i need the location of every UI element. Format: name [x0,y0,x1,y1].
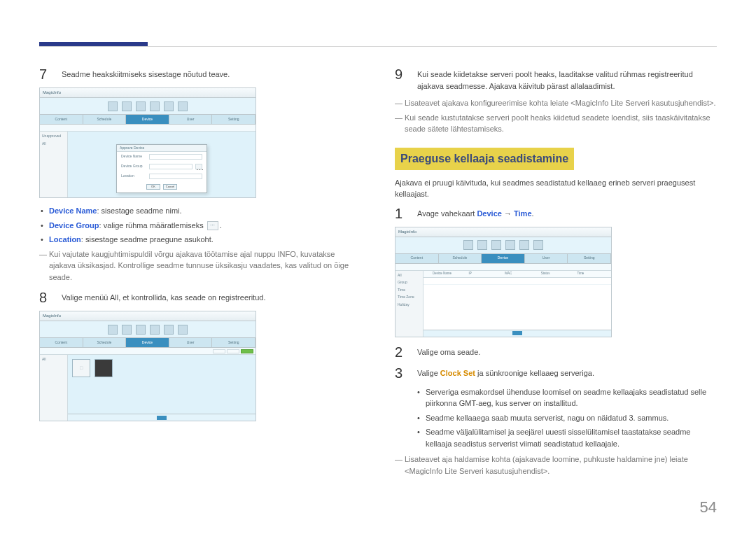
toolbar-icon [108,325,118,335]
step-number-8: 8 [39,290,52,305]
right-column: 9 Kui seade kiidetakse serveri poolt hea… [395,66,717,479]
ss1-body: Unapproved All Approve Device Device Nam… [40,132,255,197]
note-text: Kui vajutate kaugjuhtimispuldil võrgu aj… [49,250,349,281]
modal-label: Location [121,174,146,179]
left-column: 7 Seadme heakskiitmiseks sisestage nõutu… [39,66,361,479]
section-heading: Praeguse kellaaja seadistamine [395,148,574,170]
text: : valige rühma määratlemiseks [99,221,206,230]
step-2-text: Valige oma seade. [417,344,480,360]
s1-device: Device [477,209,501,218]
toolbar-icon [150,101,160,111]
ss2-titlebar: MagicInfo [40,311,255,321]
ss-tab: Setting [568,254,611,263]
step-7-text: Seadme heakskiitmiseks sisestage nõutud … [62,66,230,82]
bullet: Seadme väljalülitamisel ja seejärel uues… [416,426,717,449]
ss1-main: Approve Device Device Name Device Group … [68,132,255,197]
page-number: 54 [700,496,717,519]
ss-tab: Setting [212,338,255,347]
modal-title: Approve Device [117,145,206,152]
ss-tab: Content [40,338,83,347]
mini-button [213,349,225,353]
ss2-main: ⬚ [68,355,255,421]
modal-row: Device Group ⋯ [117,162,206,171]
ss1-sidebar: Unapproved All [40,132,68,197]
side-item: Holiday [398,302,421,308]
s1-arrow: → [502,209,514,218]
ss2-tabs: Content Schedule Device User Setting [40,338,255,348]
note-text: Lisateavet ajakava konfigureerimise koht… [405,99,716,107]
note-info: Kui vajutate kaugjuhtimispuldil võrgu aj… [39,248,361,283]
step-number-7: 7 [39,66,52,82]
screenshot-device-time: MagicInfo Content Schedule Device User S… [395,227,612,337]
ss2-subbar [40,348,255,355]
ss3-app-title: MagicInfo [398,229,416,235]
modal-cancel-button: Cancel [163,184,177,190]
ss3-toolbar [396,237,611,254]
side-item: Time [398,288,421,293]
ss3-main: Device Name IP MAC Status Time [424,271,611,337]
dots-icon: ⋯ [207,221,218,230]
toolbar-icon [164,101,174,111]
ss3-subbar [396,264,611,271]
page-content: 7 Seadme heakskiitmiseks sisestage nõutu… [0,47,756,479]
toolbar-icon [533,240,543,250]
th-check [424,271,430,277]
ss-tab: User [169,115,213,124]
modal-input [149,174,202,179]
s1-pre: Avage vahekaart [417,209,477,218]
toolbar-icon [505,240,515,250]
pager-indicator [512,331,522,335]
modal-input [149,164,192,169]
toolbar-icon [178,325,188,335]
table-row [424,278,611,285]
note-last: Lisateavet aja haldamise kohta (ajakavad… [395,454,717,477]
ss2-action-buttons [213,349,253,353]
screenshot-approve-device: MagicInfo Content Schedule Device User S… [39,87,256,198]
th: MAC [503,271,539,277]
label-location: Location [49,235,81,244]
modal-label: Device Group [121,164,146,169]
ss-tab-active: Device [126,338,169,347]
ss3-thead: Device Name IP MAC Status Time [424,271,611,278]
s1-after: . [532,209,534,218]
ss-tab: Content [396,254,439,263]
s3-pre: Valige [417,369,440,377]
side-item: All [42,141,65,147]
step-9: 9 Kui seade kiidetakse serveri poolt hea… [395,66,717,92]
td [424,278,611,284]
ss2-toolbar [40,321,255,338]
ss-tab: Content [40,115,83,124]
ss-tab-active: Device [482,254,525,263]
step-9-text: Kui seade kiidetakse serveri poolt heaks… [417,66,717,92]
step-2: 2 Valige oma seade. [395,344,717,360]
ss1-tabs: Content Schedule Device User Setting [40,115,255,125]
ss-tab: Schedule [83,115,127,124]
step-8-text: Valige menüü All, et kontrollida, kas se… [62,290,265,305]
step-number-1: 1 [395,206,407,221]
label-device-name: Device Name [49,206,97,215]
ss1-toolbar [40,98,255,115]
note-9a: Lisateavet ajakava konfigureerimise koht… [395,97,717,109]
text: : sisestage seadme nimi. [97,206,182,215]
modal-ok-button: OK [146,184,160,190]
pager-indicator [157,416,167,420]
device-thumbnail: ⬚ [72,359,90,377]
toolbar-icon [164,325,174,335]
ss2-body: All ⬚ [40,355,255,421]
label-device-group: Device Group [49,221,99,230]
bullet-location: Location: sisestage seadme praegune asuk… [39,234,361,246]
ss-tab: Schedule [439,254,482,263]
ss-tab: User [525,254,568,263]
ss1-titlebar: MagicInfo [40,88,255,98]
th: IP [467,271,503,277]
bullet: Seadme kellaaega saab muuta serverist, n… [416,412,717,424]
toolbar-icon [136,101,146,111]
modal-input [149,154,202,160]
modal-footer: OK Cancel [117,181,206,192]
ss3-body: All Group Time Time Zone Holiday Device … [396,271,611,337]
text: : sisestage seadme praegune asukoht. [81,235,214,244]
toolbar-icon [122,325,132,335]
step-3-text: Valige Clock Set ja sünkroonige kellaaeg… [417,365,594,381]
screenshot-all-view: MagicInfo Content Schedule Device User S… [39,311,256,421]
th: Time [575,271,611,277]
